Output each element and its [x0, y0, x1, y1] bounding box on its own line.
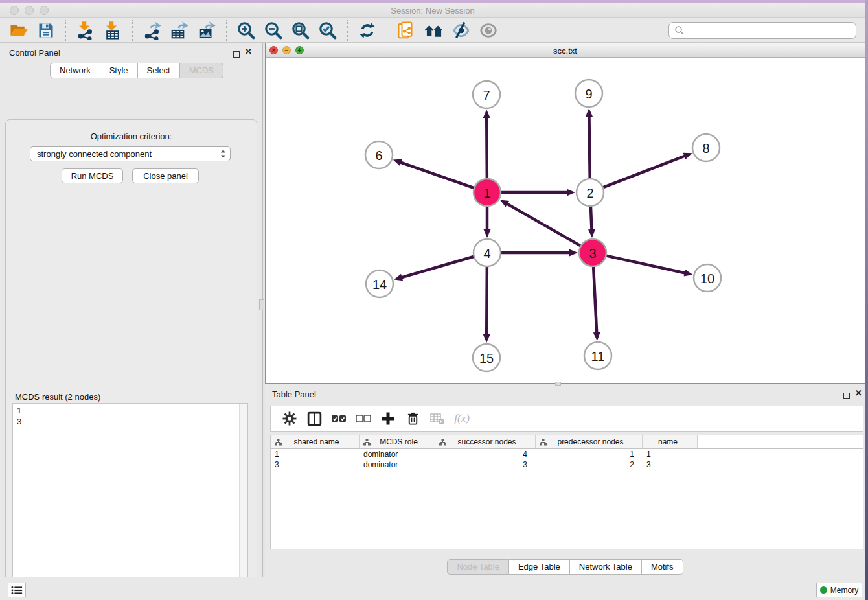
column-header-shared-name[interactable]: shared name [271, 435, 360, 448]
column-header-successor-nodes[interactable]: successor nodes [435, 435, 536, 448]
memory-button[interactable]: Memory [816, 583, 862, 597]
graph-edge-2-9[interactable] [589, 115, 589, 180]
search-box[interactable] [668, 22, 856, 39]
vertical-splitter-handle[interactable] [259, 299, 264, 310]
tab-node-table[interactable]: Node Table [447, 559, 509, 575]
graph-edge-2-8[interactable] [602, 156, 686, 188]
cell-mcds-role[interactable]: dominator [360, 449, 435, 459]
zoom-out-icon[interactable] [263, 20, 284, 41]
toolbar-separator [132, 20, 133, 41]
tab-style[interactable]: Style [100, 63, 138, 78]
column-type-icon [275, 439, 282, 446]
zoom-selected-icon[interactable] [317, 20, 338, 41]
refresh-icon[interactable] [357, 20, 378, 41]
graph-edge-2-3[interactable] [591, 205, 592, 231]
table-settings-gear-icon[interactable] [280, 409, 299, 428]
cell-successor-nodes[interactable]: 4 [435, 449, 536, 459]
graph-edge-4-15[interactable] [486, 265, 487, 336]
control-panel-float-icon[interactable] [233, 49, 240, 60]
network-window-title: scc.txt [266, 46, 865, 56]
result-scrollbar[interactable] [239, 404, 247, 600]
node-table: shared name MCDS role successor nodes pr… [270, 435, 863, 549]
table-row[interactable]: 3 dominator 3 2 3 [271, 459, 863, 470]
tab-mcds[interactable]: MCDS [180, 63, 223, 78]
column-type-icon [439, 439, 446, 446]
graph-edge-1-7[interactable] [486, 117, 487, 180]
task-history-button[interactable] [8, 583, 26, 597]
table-toolbar: f(x) [270, 406, 863, 432]
memory-label: Memory [830, 586, 858, 595]
main-toolbar [0, 18, 865, 43]
cell-shared-name[interactable]: 3 [271, 459, 360, 470]
column-type-icon [540, 439, 547, 446]
graph-edge-4-14[interactable] [401, 256, 475, 277]
tab-select[interactable]: Select [138, 63, 180, 78]
desktop-edge-right [865, 0, 868, 600]
network-graph[interactable]: 7968124314101511 [266, 58, 865, 383]
tab-network[interactable]: Network [50, 63, 100, 78]
graph-edge-1-6[interactable] [400, 162, 475, 189]
table-row[interactable]: 1 dominator 4 1 1 [271, 449, 863, 459]
create-column-plus-icon[interactable] [378, 409, 398, 428]
control-panel-close-icon[interactable]: ✕ [245, 49, 252, 55]
show-all-icon[interactable] [478, 20, 499, 41]
cell-name[interactable]: 3 [643, 459, 698, 470]
run-mcds-button[interactable]: Run MCDS [62, 168, 123, 183]
tab-motifs[interactable]: Motifs [642, 559, 683, 575]
column-header-name[interactable]: name [643, 435, 698, 448]
graph-node-label-9: 9 [585, 87, 592, 101]
control-panel-title: Control Panel [9, 48, 60, 58]
import-table-icon[interactable] [102, 20, 123, 41]
cell-name[interactable]: 1 [643, 449, 698, 459]
cell-successor-nodes[interactable]: 3 [435, 459, 536, 470]
export-network-icon[interactable] [142, 20, 163, 41]
graph-edge-3-1[interactable] [507, 203, 582, 247]
column-type-icon [363, 439, 371, 446]
toolbar-separator [387, 20, 387, 41]
optimization-criterion-select[interactable]: strongly connected component [30, 146, 231, 161]
first-neighbors-icon[interactable] [424, 20, 444, 41]
tab-edge-table[interactable]: Edge Table [509, 559, 570, 575]
hide-selected-icon[interactable] [451, 20, 472, 41]
show-column-panel-icon[interactable] [304, 409, 324, 428]
cell-predecessor-nodes[interactable]: 2 [536, 459, 643, 470]
graph-node-label-2: 2 [586, 186, 593, 200]
cell-predecessor-nodes[interactable]: 1 [536, 449, 643, 459]
delete-column-trash-icon[interactable] [403, 409, 422, 428]
graph-node-label-8: 8 [702, 141, 709, 156]
toolbar-separator [347, 20, 348, 41]
close-panel-button[interactable]: Close panel [132, 168, 199, 183]
table-panel-close-icon[interactable]: ✕ [855, 390, 862, 397]
table-panel-float-icon[interactable] [843, 390, 850, 402]
column-header-predecessor-nodes[interactable]: predecessor nodes [536, 435, 643, 448]
zoom-in-icon[interactable] [236, 20, 257, 41]
graph-edge-3-10[interactable] [605, 255, 686, 273]
open-session-icon[interactable] [8, 20, 29, 41]
table-panel-title: Table Panel [272, 389, 316, 399]
new-network-from-file-icon[interactable] [396, 20, 417, 41]
graph-edge-3-11[interactable] [593, 265, 597, 334]
graph-node-label-14: 14 [372, 277, 387, 292]
graph-edge-arrowhead [684, 270, 693, 277]
search-input[interactable] [689, 25, 851, 35]
tab-network-table[interactable]: Network Table [570, 559, 642, 575]
column-header-mcds-role[interactable]: MCDS role [360, 435, 435, 448]
graph-node-label-11: 11 [591, 349, 605, 363]
deselect-all-rows-icon[interactable] [354, 409, 373, 428]
export-image-icon[interactable] [196, 20, 217, 41]
cell-shared-name[interactable]: 1 [271, 449, 360, 459]
import-network-icon[interactable] [75, 20, 96, 41]
cell-mcds-role[interactable]: dominator [360, 459, 435, 470]
graph-edge-arrowhead [484, 229, 491, 238]
window-titlebar: Session: New Session [0, 3, 865, 18]
window-title: Session: New Session [0, 6, 865, 16]
zoom-fit-icon[interactable] [290, 20, 311, 41]
save-session-icon[interactable] [36, 20, 56, 41]
graph-edge-arrowhead [588, 229, 595, 238]
select-all-rows-icon[interactable] [329, 409, 348, 428]
export-table-icon[interactable] [169, 20, 190, 41]
search-icon [674, 25, 685, 36]
graph-edge-arrowhead [593, 332, 600, 341]
network-window-titlebar: × − + scc.txt [266, 43, 865, 58]
mcds-panel: Optimization criterion: strongly connect… [5, 119, 257, 600]
